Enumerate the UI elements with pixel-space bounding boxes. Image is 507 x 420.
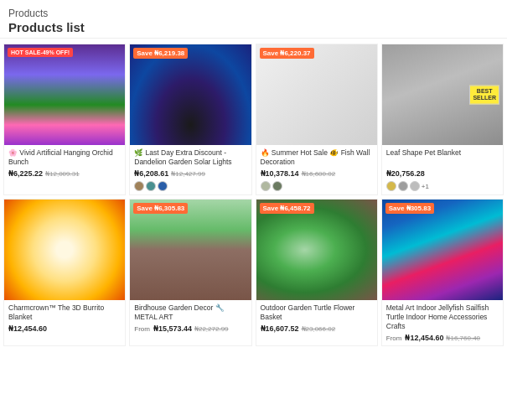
price-row-p5: ₦12,454.60 bbox=[8, 324, 121, 333]
color-swatch-p2-2[interactable] bbox=[158, 181, 168, 191]
swatch-more-p4: +1 bbox=[422, 183, 429, 190]
price-current-p1: ₦6,225.22 bbox=[8, 169, 43, 178]
color-swatch-p4-2[interactable] bbox=[410, 181, 420, 191]
product-info-p4: Leaf Shape Pet Blanket₦20,756.28+1 bbox=[382, 145, 503, 194]
product-image-p6: Save ₦6,305.83 bbox=[130, 200, 251, 300]
product-title-p5: Charmcrown™ The 3D Burrito Blanket bbox=[8, 303, 121, 322]
product-card-p2[interactable]: Save ₦6,219.38🌿 Last Day Extra Discount … bbox=[129, 44, 251, 195]
app-container: Products Products list HOT SALE-49% OFF!… bbox=[0, 0, 507, 351]
product-card-p7[interactable]: Save ₦6,458.72Outdoor Garden Turtle Flow… bbox=[256, 199, 378, 346]
color-swatches-p3 bbox=[261, 181, 373, 191]
product-image-p3: Save ₦6,220.37 bbox=[256, 44, 377, 145]
from-label-p6: From bbox=[134, 325, 150, 333]
product-info-p5: Charmcrown™ The 3D Burrito Blanket₦12,45… bbox=[4, 300, 125, 336]
page-title: Products list bbox=[8, 20, 499, 34]
color-swatch-p4-0[interactable] bbox=[386, 181, 396, 191]
page-header: Products Products list bbox=[0, 0, 507, 39]
product-card-p4[interactable]: BESTSELLERLeaf Shape Pet Blanket₦20,756.… bbox=[381, 44, 504, 195]
product-title-p3: 🔥 Summer Hot Sale 🐠 Fish Wall Decoration bbox=[261, 148, 373, 167]
price-current-p2: ₦6,208.61 bbox=[134, 169, 168, 178]
product-info-p7: Outdoor Garden Turtle Flower Basket₦16,6… bbox=[256, 300, 377, 336]
product-card-p1[interactable]: HOT SALE-49% OFF!🌸 Vivid Artificial Hang… bbox=[3, 44, 126, 195]
price-row-p2: ₦6,208.61₦12,427.99 bbox=[134, 169, 246, 178]
save-badge-p7: Save ₦6,458.72 bbox=[260, 203, 314, 214]
product-image-p4: BESTSELLER bbox=[382, 44, 503, 145]
save-badge-p2: Save ₦6,219.38 bbox=[133, 48, 188, 59]
price-row-p4: ₦20,756.28 bbox=[386, 169, 499, 178]
color-swatch-p2-0[interactable] bbox=[134, 181, 144, 191]
product-info-p3: 🔥 Summer Hot Sale 🐠 Fish Wall Decoration… bbox=[256, 145, 377, 194]
product-image-p5 bbox=[4, 200, 125, 300]
product-info-p8: Metal Art Indoor Jellyfish Sailfish Turt… bbox=[382, 300, 503, 345]
color-swatch-p2-1[interactable] bbox=[146, 181, 156, 191]
save-badge-p8: Save ₦305.83 bbox=[385, 203, 434, 214]
product-card-p6[interactable]: Save ₦6,305.83Birdhouse Garden Decor 🔧 M… bbox=[129, 199, 251, 346]
save-badge-p6: Save ₦6,305.83 bbox=[133, 203, 188, 214]
product-info-p6: Birdhouse Garden Decor 🔧 METAL ARTFrom₦1… bbox=[130, 300, 251, 336]
product-title-p7: Outdoor Garden Turtle Flower Basket bbox=[261, 303, 373, 322]
product-title-p4: Leaf Shape Pet Blanket bbox=[386, 148, 499, 167]
price-original-p3: ₦16,600.02 bbox=[302, 170, 336, 178]
best-seller-badge-p4: BESTSELLER bbox=[469, 86, 499, 105]
price-original-p2: ₦12,427.99 bbox=[171, 170, 205, 178]
hot-sale-badge-p1: HOT SALE-49% OFF! bbox=[8, 48, 73, 57]
products-grid: HOT SALE-49% OFF!🌸 Vivid Artificial Hang… bbox=[0, 39, 507, 351]
price-original-p6: ₦22,272.99 bbox=[194, 325, 229, 333]
product-info-p1: 🌸 Vivid Artificial Hanging Orchid Bunch₦… bbox=[4, 145, 125, 181]
product-image-p2: Save ₦6,219.38 bbox=[130, 44, 251, 145]
price-row-p6: From₦15,573.44₦22,272.99 bbox=[134, 324, 246, 333]
product-title-p1: 🌸 Vivid Artificial Hanging Orchid Bunch bbox=[8, 148, 121, 167]
color-swatches-p2 bbox=[134, 181, 246, 191]
product-info-p2: 🌿 Last Day Extra Discount - Dandelion Ga… bbox=[130, 145, 251, 194]
price-current-p6: ₦15,573.44 bbox=[153, 324, 192, 333]
price-current-p8: ₦12,454.60 bbox=[405, 334, 443, 342]
product-image-p8: Save ₦305.83 bbox=[382, 200, 503, 300]
price-current-p7: ₦16,607.52 bbox=[261, 324, 299, 333]
product-image-p7: Save ₦6,458.72 bbox=[256, 200, 377, 300]
price-current-p5: ₦12,454.60 bbox=[8, 324, 47, 333]
product-card-p5[interactable]: Charmcrown™ The 3D Burrito Blanket₦12,45… bbox=[3, 199, 126, 346]
price-current-p4: ₦20,756.28 bbox=[386, 169, 425, 178]
product-title-p8: Metal Art Indoor Jellyfish Sailfish Turt… bbox=[386, 303, 499, 331]
color-swatch-p3-1[interactable] bbox=[272, 181, 282, 191]
color-swatch-p3-0[interactable] bbox=[261, 181, 271, 191]
price-original-p1: ₦12,009.31 bbox=[45, 170, 80, 178]
color-swatch-p4-1[interactable] bbox=[398, 181, 408, 191]
price-row-p7: ₦16,607.52₦23,066.02 bbox=[261, 324, 373, 333]
price-original-p7: ₦23,066.02 bbox=[302, 325, 336, 333]
product-title-p6: Birdhouse Garden Decor 🔧 METAL ART bbox=[134, 303, 246, 322]
price-row-p8: From₦12,454.60₦16,760.40 bbox=[386, 334, 499, 342]
price-row-p3: ₦10,378.14₦16,600.02 bbox=[261, 169, 373, 178]
product-card-p3[interactable]: Save ₦6,220.37🔥 Summer Hot Sale 🐠 Fish W… bbox=[256, 44, 378, 195]
product-image-p1: HOT SALE-49% OFF! bbox=[4, 44, 125, 145]
breadcrumb: Products bbox=[8, 8, 48, 19]
product-card-p8[interactable]: Save ₦305.83Metal Art Indoor Jellyfish S… bbox=[381, 199, 504, 346]
save-badge-p3: Save ₦6,220.37 bbox=[260, 48, 314, 59]
price-row-p1: ₦6,225.22₦12,009.31 bbox=[8, 169, 121, 178]
price-current-p3: ₦10,378.14 bbox=[261, 169, 299, 178]
from-label-p8: From bbox=[386, 334, 402, 342]
product-title-p2: 🌿 Last Day Extra Discount - Dandelion Ga… bbox=[134, 148, 246, 167]
price-original-p8: ₦16,760.40 bbox=[446, 334, 480, 342]
color-swatches-p4: +1 bbox=[386, 181, 499, 191]
